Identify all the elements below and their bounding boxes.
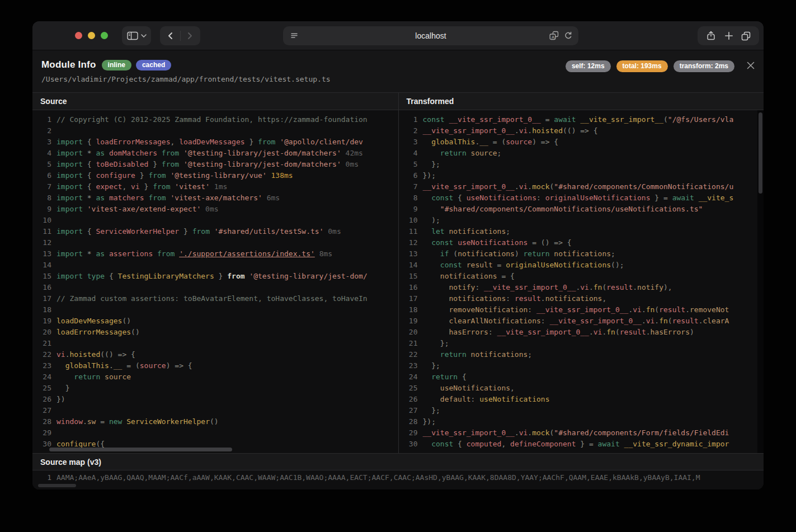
share-button[interactable] <box>706 31 716 41</box>
source-code: 1// Copyright (C) 2012-2025 Zammad Found… <box>32 110 398 453</box>
line-number: 12 <box>399 237 418 248</box>
line-number: 1 <box>32 114 51 125</box>
code-line: 21 <box>32 338 398 349</box>
line-number: 6 <box>32 170 51 181</box>
code-line: 18 <box>32 304 398 316</box>
code-line: 3 globalThis.__ = (source) => { <box>399 136 764 148</box>
page-title: Module Info <box>41 59 96 70</box>
code-line: 19 clearAllNotifications: __vite_ssr_imp… <box>399 316 764 327</box>
line-number: 10 <box>399 215 418 226</box>
back-icon <box>167 32 173 40</box>
line-number: 1 <box>399 114 418 125</box>
line-number: 18 <box>399 304 418 316</box>
line-number: 13 <box>399 248 418 260</box>
line-number: 24 <box>399 371 418 383</box>
code-line: 4import * as domMatchers from '@testing-… <box>32 148 398 159</box>
code-line: 29__vite_ssr_import_0__.vi.mock("#shared… <box>399 427 764 439</box>
code-line: 1const __vite_ssr_import_0__ = await __v… <box>399 114 764 125</box>
timing-pill: transform: 2ms <box>673 60 734 72</box>
sourcemap-panel: Source map (v3) 1AAMA;AAeA,yBAAG,QAAQ,MA… <box>32 453 764 489</box>
back-button[interactable] <box>161 26 180 45</box>
code-line: 7import { expect, vi } from 'vitest' 1ms <box>32 181 398 192</box>
code-line: 21 }; <box>399 338 764 349</box>
zoom-window-button[interactable] <box>101 32 108 39</box>
code-line: 22vi.hoisted(() => { <box>32 349 398 360</box>
reload-icon[interactable] <box>564 31 573 40</box>
scrollbar-thumb[interactable] <box>759 112 762 194</box>
sidebar-toggle-button[interactable] <box>122 26 151 45</box>
line-number: 3 <box>399 136 418 148</box>
code-line: 6}); <box>399 170 764 181</box>
line-number: 8 <box>32 192 51 204</box>
code-line: 10 ); <box>399 215 764 226</box>
line-number: 28 <box>399 416 418 427</box>
line-number: 18 <box>32 304 51 316</box>
line-number: 27 <box>399 405 418 416</box>
code-line: 4 return source; <box>399 148 764 159</box>
line-number: 4 <box>32 148 51 159</box>
code-line: 24 return { <box>399 371 764 383</box>
close-button[interactable] <box>746 60 756 70</box>
line-number: 25 <box>32 383 51 394</box>
code-line: 5 }; <box>399 159 764 170</box>
line-number: 29 <box>32 427 51 439</box>
source-panel-title: Source <box>32 93 398 110</box>
line-number: 5 <box>32 159 51 170</box>
sourcemap-code: 1AAMA;AAeA,yBAAG,QAAQ,MAAM;AACf,aAAW,KAA… <box>32 470 764 483</box>
code-line: 2__vite_ssr_import_0__.vi.hoisted(() => … <box>399 125 764 136</box>
line-number: 26 <box>399 394 418 405</box>
line-number: 23 <box>32 360 51 371</box>
line-number: 6 <box>399 170 418 181</box>
nav-buttons <box>160 26 200 45</box>
badge-inline: inline <box>102 60 131 70</box>
module-info-header: Module Info inlinecached /Users/vladimir… <box>32 50 764 93</box>
line-number: 12 <box>32 237 51 248</box>
code-line: 8import * as matchers from 'vitest-axe/m… <box>32 192 398 204</box>
module-badges: inlinecached <box>102 60 172 70</box>
new-tab-button[interactable] <box>724 31 733 40</box>
address-bar[interactable]: localhost A <box>283 26 578 45</box>
code-line: 13 if (notifications) return notificatio… <box>399 248 764 260</box>
code-line: 10 <box>32 215 398 226</box>
sourcemap-horizontal-scrollbar[interactable] <box>38 484 76 487</box>
line-number: 7 <box>399 181 418 192</box>
line-number: 11 <box>399 226 418 237</box>
close-icon <box>747 62 755 69</box>
line-number: 22 <box>399 349 418 360</box>
code-line: 1// Copyright (C) 2012-2025 Zammad Found… <box>32 114 398 125</box>
line-number: 24 <box>32 371 51 383</box>
line-number: 3 <box>32 136 51 148</box>
line-number: 11 <box>32 226 51 237</box>
code-line: 11import { ServiceWorkerHelper } from '#… <box>32 226 398 237</box>
line-number: 14 <box>399 260 418 271</box>
line-number: 29 <box>399 427 418 439</box>
source-horizontal-scrollbar[interactable] <box>49 448 232 451</box>
code-line: 25 } <box>32 383 398 394</box>
line-number: 16 <box>399 282 418 293</box>
line-number: 5 <box>399 159 418 170</box>
transformed-panel-title: Transformed <box>399 93 764 110</box>
tab-overview-button[interactable] <box>741 31 751 41</box>
browser-chrome: localhost A <box>32 21 764 50</box>
code-line: 23 globalThis.__ = (source) => { <box>32 360 398 371</box>
line-number: 2 <box>32 125 51 136</box>
line-number: 15 <box>32 271 51 282</box>
line-number: 10 <box>32 215 51 226</box>
close-window-button[interactable] <box>75 32 82 39</box>
transformed-vertical-scrollbar[interactable] <box>757 110 764 453</box>
code-line: 27 }; <box>399 405 764 416</box>
line-number: 2 <box>399 125 418 136</box>
translate-icon[interactable]: A <box>549 31 559 40</box>
timing-pill: self: 12ms <box>566 60 611 72</box>
minimize-window-button[interactable] <box>88 32 95 39</box>
url-text: localhost <box>283 31 578 40</box>
line-number: 19 <box>32 316 51 327</box>
sidebar-icon <box>127 31 138 40</box>
forward-button[interactable] <box>181 26 200 45</box>
code-line: 24 return source <box>32 371 398 383</box>
traffic-lights <box>75 32 108 39</box>
share-icon <box>706 31 716 41</box>
code-line: 3import { loadErrorMessages, loadDevMess… <box>32 136 398 148</box>
code-line: 17// Zammad custom assertions: toBeAvata… <box>32 293 398 304</box>
file-link[interactable]: './support/assertions/index.ts' <box>179 249 315 258</box>
